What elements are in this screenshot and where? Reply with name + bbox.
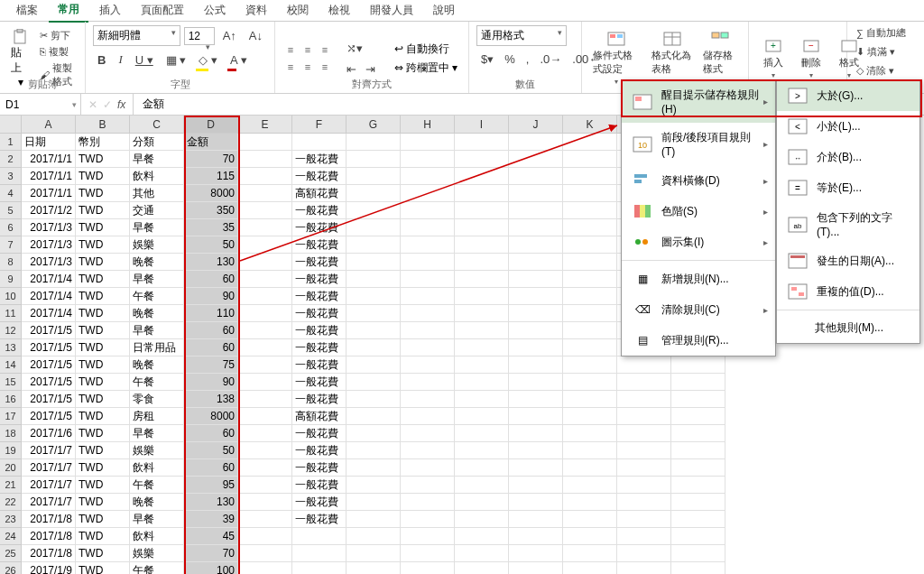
menu-color-scales[interactable]: 色階(S)▸ [622, 196, 775, 227]
submenu-date-occurring[interactable]: 發生的日期(A)... [777, 245, 919, 276]
menu-clear-rules[interactable]: ⌫ 清除規則(C)▸ [622, 294, 775, 325]
cell[interactable] [238, 134, 292, 151]
cell[interactable] [509, 339, 563, 356]
row-header[interactable]: 14 [0, 356, 22, 374]
cell[interactable] [238, 356, 292, 374]
cell[interactable] [671, 545, 725, 562]
cell[interactable]: 一般花費 [292, 202, 346, 219]
cell[interactable]: 2017/1/1 [22, 168, 76, 185]
cell[interactable]: 2017/1/5 [22, 322, 76, 339]
cell[interactable] [617, 528, 671, 545]
row-header[interactable]: 15 [0, 374, 22, 391]
cell[interactable] [292, 528, 346, 545]
cell[interactable] [238, 494, 292, 511]
cell[interactable]: 早餐 [130, 425, 184, 442]
cell[interactable]: 午餐 [130, 374, 184, 391]
cell[interactable]: 飲料 [130, 459, 184, 477]
border-button[interactable]: ▦ ▾ [162, 51, 191, 69]
align-bottom-button[interactable]: ≡ [317, 42, 333, 58]
cell[interactable] [617, 477, 671, 494]
cell[interactable] [346, 459, 401, 477]
cell[interactable] [455, 305, 509, 322]
cell[interactable]: 其他 [130, 185, 184, 202]
cell[interactable] [563, 305, 617, 322]
cell[interactable] [238, 151, 292, 168]
cell[interactable] [617, 545, 671, 562]
submenu-text-contains[interactable]: ab 包含下列的文字(T)... [777, 203, 919, 245]
cell[interactable] [238, 459, 292, 477]
cell[interactable] [346, 134, 401, 151]
cell[interactable] [509, 391, 563, 408]
cell[interactable] [346, 494, 401, 511]
row-header[interactable]: 8 [0, 254, 22, 271]
cell[interactable] [509, 459, 563, 477]
cell[interactable]: 2017/1/6 [22, 425, 76, 442]
cell[interactable]: 39 [184, 511, 238, 528]
cell[interactable] [346, 562, 401, 574]
cell[interactable]: 75 [184, 356, 238, 374]
cell[interactable] [346, 185, 401, 202]
cell[interactable]: 2017/1/5 [22, 408, 76, 425]
cell[interactable] [455, 322, 509, 339]
decrease-font-button[interactable]: A↓ [245, 26, 267, 45]
cell[interactable]: 一般花費 [292, 494, 346, 511]
tab-data[interactable]: 資料 [236, 0, 276, 22]
menu-highlight-cells-rules[interactable]: 醒目提示儲存格規則(H)▸ [622, 80, 775, 123]
submenu-less-than[interactable]: < 小於(L)... [777, 111, 919, 142]
cell[interactable] [401, 425, 455, 442]
cell[interactable] [509, 374, 563, 391]
col-header-I[interactable]: I [455, 116, 509, 134]
decrease-indent-button[interactable]: ⇤ [342, 60, 361, 79]
cell[interactable] [401, 271, 455, 288]
cell[interactable] [401, 477, 455, 494]
cell[interactable]: 分類 [130, 134, 184, 151]
cell[interactable]: TWD [76, 288, 130, 305]
fill-button[interactable]: ⬇填滿 ▾ [855, 44, 917, 60]
cell[interactable] [401, 185, 455, 202]
cell[interactable] [563, 151, 617, 168]
menu-data-bars[interactable]: 資料橫條(D)▸ [622, 165, 775, 196]
cell[interactable] [455, 236, 509, 254]
cell[interactable] [401, 151, 455, 168]
row-header[interactable]: 22 [0, 494, 22, 511]
cell[interactable] [563, 511, 617, 528]
cell[interactable] [563, 202, 617, 219]
cell[interactable] [401, 339, 455, 356]
clear-button[interactable]: ◇清除 ▾ [855, 63, 917, 79]
align-center-button[interactable]: ≡ [300, 59, 316, 75]
row-header[interactable]: 7 [0, 236, 22, 254]
cell[interactable]: 138 [184, 391, 238, 408]
cancel-formula-icon[interactable]: ✕ [88, 98, 97, 111]
col-header-E[interactable]: E [238, 116, 292, 134]
tab-help[interactable]: 說明 [424, 0, 464, 22]
cell[interactable]: 115 [184, 168, 238, 185]
cell[interactable] [455, 185, 509, 202]
cell[interactable]: 晚餐 [130, 305, 184, 322]
cell[interactable]: 娛樂 [130, 442, 184, 459]
cell[interactable]: 早餐 [130, 151, 184, 168]
cell[interactable]: 早餐 [130, 322, 184, 339]
cell[interactable]: 90 [184, 288, 238, 305]
cell[interactable] [401, 408, 455, 425]
cell[interactable]: 2017/1/4 [22, 288, 76, 305]
cell[interactable]: TWD [76, 528, 130, 545]
cell[interactable] [346, 339, 401, 356]
cell[interactable]: 2017/1/9 [22, 562, 76, 574]
cell[interactable] [563, 442, 617, 459]
cell[interactable]: 一般花費 [292, 374, 346, 391]
cell[interactable] [455, 545, 509, 562]
cell[interactable] [401, 254, 455, 271]
cell[interactable] [509, 271, 563, 288]
currency-button[interactable]: $▾ [476, 50, 498, 69]
col-header-D[interactable]: D [184, 116, 238, 134]
underline-button[interactable]: U ▾ [131, 51, 158, 69]
cell[interactable] [401, 288, 455, 305]
submenu-greater-than[interactable]: > 大於(G)... [777, 80, 919, 111]
cell[interactable]: 50 [184, 442, 238, 459]
cell[interactable]: 日期 [22, 134, 76, 151]
cell[interactable]: 2017/1/2 [22, 202, 76, 219]
cell[interactable]: TWD [76, 408, 130, 425]
cell[interactable] [509, 185, 563, 202]
menu-manage-rules[interactable]: ▤ 管理規則(R)... [622, 325, 775, 356]
fill-color-button[interactable]: ◇ ▾ [194, 51, 222, 69]
